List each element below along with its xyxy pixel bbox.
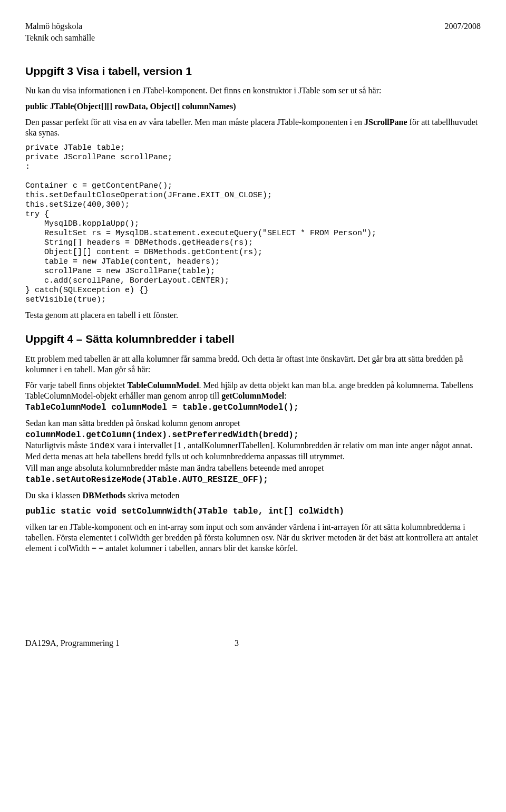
task3-title: Uppgift 3 Visa i tabell, version 1 bbox=[25, 64, 481, 78]
header-right: 2007/2008 bbox=[445, 21, 481, 32]
task4-p2a: För varje tabell finns objektet bbox=[25, 381, 127, 390]
task3-p2b: JScrollPane bbox=[364, 118, 407, 127]
task3-code-block: private JTable table; private JScrollPan… bbox=[25, 143, 481, 305]
task4-method-signature: public static void setColumnWidth(JTable… bbox=[25, 506, 481, 517]
task4-p2b: TableColumnModel bbox=[127, 381, 199, 390]
task4-p6: Du ska i klassen DBMethods skriva metode… bbox=[25, 490, 481, 501]
task4-p3: Sedan kan man sätta bredden på önskad ko… bbox=[25, 418, 481, 429]
header-left-1: Malmö högskola bbox=[25, 21, 82, 32]
footer-page-number: 3 bbox=[235, 639, 239, 647]
task3-p3: Testa genom att placera en tabell i ett … bbox=[25, 310, 481, 321]
task4-p7: vilken tar en JTable-komponent och en in… bbox=[25, 522, 481, 554]
task4-p2d: getColumnModel bbox=[221, 391, 284, 400]
task4-p4: Naturligtvis måste index vara i interval… bbox=[25, 440, 481, 462]
task3-p2a: Den passar perfekt för att visa en av vå… bbox=[25, 118, 364, 127]
page-header: Malmö högskola 2007/2008 bbox=[25, 21, 481, 32]
page-footer: DA129A, Programmering 1 3 bbox=[25, 638, 481, 649]
header-left-2: Teknik och samhälle bbox=[25, 33, 481, 43]
task4-p4a: Naturligtvis måste bbox=[25, 441, 90, 450]
task4-p2e: : bbox=[284, 391, 286, 400]
task4-p5: Vill man ange absoluta kolumnbredder mås… bbox=[25, 463, 481, 473]
footer-left: DA129A, Programmering 1 bbox=[25, 639, 120, 647]
task4-p6c: skriva metoden bbox=[125, 491, 179, 500]
task4-p1: Ett problem med tabellen är att alla kol… bbox=[25, 354, 481, 375]
task4-p6b: DBMethods bbox=[82, 491, 125, 500]
task4-p6a: Du ska i klassen bbox=[25, 491, 82, 500]
task4-code-a: TableColumnModel columnModel = table.get… bbox=[25, 402, 481, 413]
task4-p4b: index bbox=[90, 441, 115, 451]
task4-code-c: table.setAutoResizeMode(JTable.AUTO_RESI… bbox=[25, 475, 481, 485]
task3-p2: Den passar perfekt för att visa en av vå… bbox=[25, 117, 481, 138]
task4-title: Uppgift 4 – Sätta kolumnbredder i tabell bbox=[25, 332, 481, 346]
task4-p2: För varje tabell finns objektet TableCol… bbox=[25, 380, 481, 401]
task3-constructor-signature: public JTable(Object[][] rowData, Object… bbox=[25, 101, 481, 112]
task4-code-b: columnModel.getColumn(index).setPreferre… bbox=[25, 430, 481, 440]
task3-p1: Nu kan du visa informationen i en JTabel… bbox=[25, 85, 481, 96]
